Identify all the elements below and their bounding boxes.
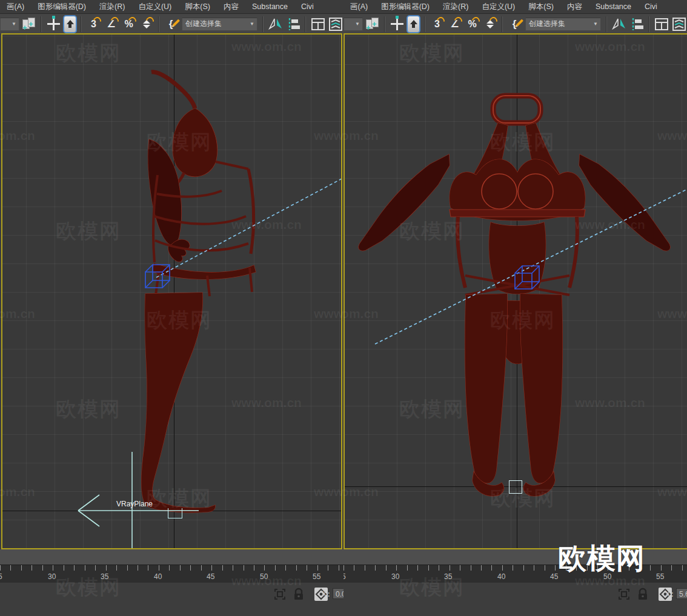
toolbar-separator: [41, 16, 42, 32]
model-lingerie-front-view[interactable]: [359, 96, 670, 496]
percent-snap-toggle[interactable]: %: [121, 16, 137, 32]
pencil-icon: [173, 19, 180, 26]
snap-3d-toggle[interactable]: 3: [429, 16, 445, 32]
menu-customize[interactable]: 自定义(U): [131, 2, 178, 12]
light-target-line[interactable]: [156, 178, 341, 277]
menu-animation[interactable]: 画(A): [344, 2, 374, 12]
menu-substance[interactable]: Substance: [589, 2, 638, 11]
menu-content[interactable]: 内容: [217, 2, 245, 12]
edit-named-selection-sets-icon[interactable]: {: [506, 16, 523, 32]
menu-animation[interactable]: 画(A): [0, 2, 31, 12]
toolbar-separator: [81, 16, 82, 32]
menu-rendering[interactable]: 渲染(R): [93, 2, 131, 12]
ruler-ticks: [0, 565, 344, 571]
align-icon[interactable]: [285, 16, 301, 32]
selection-region-icon[interactable]: [273, 587, 287, 601]
menu-graph-editors[interactable]: 图形编辑器(D): [31, 2, 93, 12]
main-toolbar: ▼ ++ 3 ∠ % { 创建选择集▼: [0, 14, 344, 34]
add-to-selection-icon[interactable]: ++: [21, 16, 37, 32]
selection-lock-icon[interactable]: [292, 587, 305, 601]
ruler-label: 30: [391, 572, 399, 581]
chevron-down-icon: ▼: [353, 21, 362, 27]
status-bar: X: 0.0: [0, 583, 344, 616]
menu-bar: 画(A) 图形编辑器(D) 渲染(R) 自定义(U) 脚本(S) 内容 Subs…: [0, 0, 344, 14]
ruler-label: 5: [0, 572, 2, 581]
percent-snap-toggle[interactable]: %: [464, 16, 480, 32]
ruler-label: 45: [207, 572, 214, 581]
add-to-selection-icon[interactable]: ++: [364, 16, 380, 32]
mirror-icon[interactable]: [611, 16, 627, 32]
vrayplane-selection-square[interactable]: [509, 480, 522, 494]
angle-snap-toggle[interactable]: ∠: [103, 16, 119, 32]
menu-scripting[interactable]: 脚本(S): [178, 2, 217, 12]
viewport-front-view[interactable]: [344, 33, 687, 549]
up-arrow-icon: [410, 20, 417, 24]
align-icon[interactable]: [628, 16, 645, 32]
selection-filter-dropdown[interactable]: ▼: [0, 18, 19, 31]
menu-substance[interactable]: Substance: [245, 2, 294, 11]
status-bar: X: 5.6: [344, 583, 687, 616]
spinner-snap-toggle[interactable]: [482, 16, 498, 32]
3dsmax-dual-screenshot: 画(A) 图形编辑器(D) 渲染(R) 自定义(U) 脚本(S) 内容 Subs…: [0, 0, 687, 616]
select-and-manipulate-icon[interactable]: [389, 16, 405, 32]
ruler-label: 30: [48, 572, 56, 581]
spinner-snap-toggle[interactable]: [138, 16, 154, 32]
menu-civil-view[interactable]: Civi: [638, 2, 664, 11]
right-screenshot-panel: 画(A) 图形编辑器(D) 渲染(R) 自定义(U) 脚本(S) 内容 Subs…: [344, 0, 687, 616]
scene-explorer-icon[interactable]: [671, 16, 687, 32]
selection-region-icon[interactable]: [617, 587, 631, 601]
selection-lock-icon[interactable]: [636, 587, 649, 601]
keyboard-override-toggle[interactable]: [407, 15, 420, 33]
ruler-label: 35: [101, 572, 108, 581]
toolbar-separator: [158, 16, 159, 32]
x-coordinate-field[interactable]: 0.0: [333, 588, 344, 599]
toolbar-separator: [305, 16, 306, 32]
layer-manager-icon[interactable]: [310, 16, 326, 32]
mirror-icon[interactable]: [267, 16, 284, 32]
toolbar-separator: [648, 16, 649, 32]
toolbar-separator: [262, 16, 264, 32]
menu-civil-view[interactable]: Civi: [294, 2, 320, 11]
vrayplane-bracket-icon[interactable]: [168, 508, 182, 518]
toolbar-separator: [424, 16, 425, 32]
angle-snap-toggle[interactable]: ∠: [446, 16, 463, 32]
ruler-label: 40: [497, 572, 505, 581]
menu-graph-editors[interactable]: 图形编辑器(D): [374, 2, 436, 12]
named-selection-set-dropdown[interactable]: 创建选择集▼: [182, 18, 257, 31]
scene-explorer-icon[interactable]: [327, 16, 344, 32]
select-and-manipulate-icon[interactable]: [45, 16, 62, 32]
ruler-label: 40: [154, 572, 162, 581]
site-logo: 欧模网: [558, 540, 645, 578]
ruler-label: 50: [260, 572, 268, 581]
main-toolbar: ▼ ++ 3 ∠ % { 创建选择集▼: [344, 14, 687, 34]
menu-rendering[interactable]: 渲染(R): [436, 2, 475, 12]
scene-front-view: [345, 35, 687, 548]
keyboard-override-toggle[interactable]: [63, 15, 77, 33]
selection-filter-dropdown[interactable]: ▼: [344, 18, 363, 31]
viewport-left-view[interactable]: VRayPlane: [1, 33, 342, 549]
ruler-label: 55: [656, 572, 664, 581]
up-arrow-icon: [67, 20, 74, 24]
menu-bar: 画(A) 图形编辑器(D) 渲染(R) 自定义(U) 脚本(S) 内容 Subs…: [344, 0, 687, 14]
edit-named-selection-sets-icon[interactable]: {: [163, 16, 179, 32]
trackbar-gap: [0, 549, 344, 565]
chevron-down-icon: ▼: [247, 21, 257, 27]
ruler-label: 5: [344, 572, 346, 581]
x-coordinate-field[interactable]: 5.6: [676, 588, 687, 599]
chevron-down-icon: ▼: [9, 21, 19, 27]
toolbar-separator: [502, 16, 503, 32]
menu-customize[interactable]: 自定义(U): [475, 2, 522, 12]
named-selection-set-dropdown[interactable]: 创建选择集▼: [525, 18, 601, 31]
x-coordinate-label: X:: [322, 589, 331, 598]
toolbar-separator: [384, 16, 385, 32]
menu-scripting[interactable]: 脚本(S): [522, 2, 560, 12]
ruler-label: 45: [550, 572, 558, 581]
model-lingerie-side-view[interactable]: [142, 72, 256, 512]
time-ruler[interactable]: 5 30 35 40 45 50 55: [0, 565, 344, 583]
scene-side-view: [2, 35, 341, 548]
x-coordinate-label: X:: [665, 589, 675, 598]
layer-manager-icon[interactable]: [653, 16, 669, 32]
menu-content[interactable]: 内容: [560, 2, 589, 12]
pencil-icon: [516, 19, 523, 26]
snap-3d-toggle[interactable]: 3: [85, 16, 102, 32]
